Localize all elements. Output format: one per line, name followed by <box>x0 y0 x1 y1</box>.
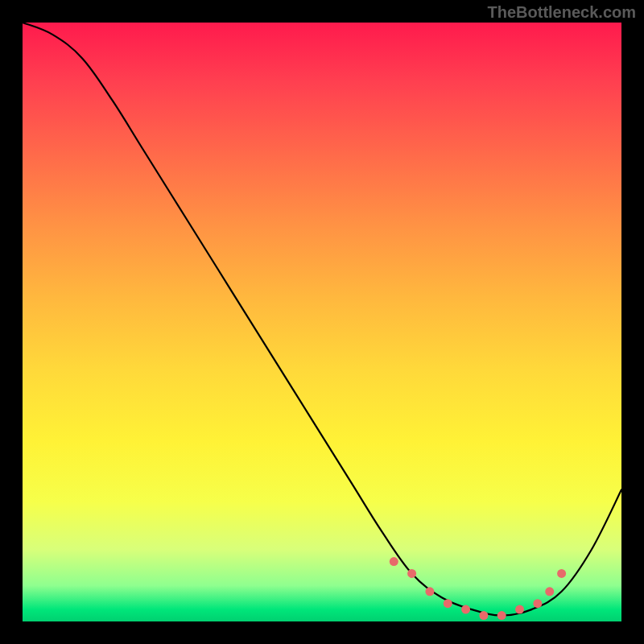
marker-dot <box>461 605 470 614</box>
marker-dot <box>444 599 452 608</box>
curve-line <box>23 23 621 616</box>
watermark-text: TheBottleneck.com <box>488 3 636 22</box>
marker-dot <box>407 569 416 578</box>
marker-dot <box>479 611 488 620</box>
marker-dot <box>545 587 554 596</box>
marker-dot <box>425 587 434 596</box>
marker-dot <box>390 557 398 566</box>
marker-dot <box>515 605 524 614</box>
marker-dot <box>497 611 506 620</box>
marker-dot <box>533 599 542 608</box>
chart-svg <box>23 23 621 621</box>
marker-dot <box>557 569 566 578</box>
